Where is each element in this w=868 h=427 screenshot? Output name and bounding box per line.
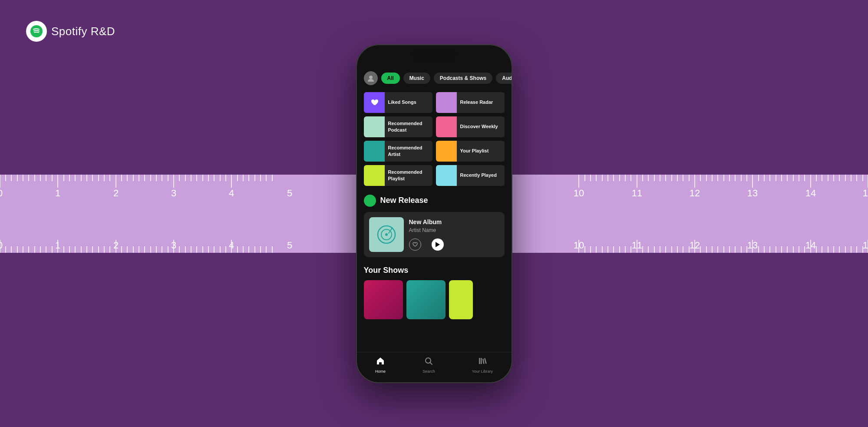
- new-release-title: New Release: [380, 196, 428, 205]
- nav-library[interactable]: Your Library: [472, 357, 493, 374]
- svg-text:12: 12: [690, 188, 700, 199]
- svg-text:10: 10: [574, 240, 584, 251]
- svg-text:12: 12: [690, 240, 700, 251]
- your-playlist-label: Your Playlist: [457, 148, 492, 154]
- play-button[interactable]: [432, 238, 444, 251]
- quick-item-your-playlist[interactable]: Your Playlist: [436, 141, 505, 162]
- show-card-2[interactable]: [406, 280, 446, 319]
- release-actions: [409, 238, 499, 251]
- quick-item-liked-songs[interactable]: Liked Songs: [364, 92, 432, 113]
- discover-weekly-label: Discover Weekly: [457, 123, 502, 129]
- album-art: [369, 217, 404, 252]
- rec-playlist-label: Recommended Playlist: [385, 169, 432, 182]
- svg-rect-233: [482, 358, 485, 364]
- new-release-card[interactable]: New Album Artist Name: [364, 212, 505, 257]
- nav-home[interactable]: Home: [375, 357, 386, 374]
- your-playlist-icon: [436, 141, 457, 162]
- svg-text:0: 0: [0, 188, 3, 199]
- svg-text:10: 10: [574, 188, 584, 199]
- album-title: New Album: [409, 218, 499, 225]
- svg-text:11: 11: [632, 188, 642, 199]
- quick-item-release-radar[interactable]: Release Radar: [436, 92, 505, 113]
- svg-text:14: 14: [805, 240, 816, 251]
- quick-item-recently-played[interactable]: Recently Played: [436, 165, 505, 186]
- bottom-nav: Home Search: [357, 352, 512, 382]
- svg-text:13: 13: [747, 188, 758, 199]
- phone-outer: All Music Podcasts & Shows Audiobo Liked…: [356, 44, 512, 383]
- header-logo: Spotify R&D: [26, 21, 115, 42]
- like-button[interactable]: [409, 238, 421, 251]
- release-radar-label: Release Radar: [457, 99, 497, 105]
- svg-text:13: 13: [747, 240, 758, 251]
- svg-text:11: 11: [632, 240, 642, 251]
- svg-text:15: 15: [863, 188, 868, 199]
- svg-point-222: [30, 25, 43, 37]
- rec-artist-label: Recommended Artist: [385, 145, 432, 157]
- quick-item-discover-weekly[interactable]: Discover Weekly: [436, 116, 505, 137]
- svg-text:15: 15: [863, 240, 868, 251]
- search-icon: [424, 357, 433, 367]
- svg-rect-231: [479, 358, 480, 364]
- rec-artist-icon: [364, 141, 385, 162]
- rec-podcast-icon: [364, 116, 385, 137]
- svg-line-230: [430, 362, 432, 364]
- filter-podcasts-btn[interactable]: Podcasts & Shows: [434, 73, 492, 84]
- svg-text:0: 0: [0, 240, 3, 251]
- svg-text:2: 2: [113, 240, 119, 251]
- recently-played-icon: [436, 165, 457, 186]
- recently-played-label: Recently Played: [457, 172, 500, 178]
- quick-item-rec-podcast[interactable]: Recommended Podcast: [364, 116, 432, 137]
- show-card-1[interactable]: [364, 280, 403, 319]
- svg-point-223: [369, 76, 373, 79]
- user-avatar[interactable]: [364, 71, 378, 85]
- quick-item-rec-artist[interactable]: Recommended Artist: [364, 141, 432, 162]
- svg-text:5: 5: [287, 188, 292, 199]
- svg-text:3: 3: [171, 240, 176, 251]
- filter-all-btn[interactable]: All: [381, 73, 400, 84]
- svg-text:2: 2: [113, 188, 119, 199]
- filter-row: All Music Podcasts & Shows Audiobo: [364, 71, 505, 85]
- phone-screen[interactable]: All Music Podcasts & Shows Audiobo Liked…: [357, 45, 512, 382]
- shows-grid: [364, 280, 505, 319]
- brand-name: Spotify R&D: [51, 25, 115, 38]
- filter-music-btn[interactable]: Music: [403, 73, 430, 84]
- svg-text:3: 3: [171, 188, 176, 199]
- nav-library-label: Your Library: [472, 369, 493, 374]
- rec-podcast-label: Recommended Podcast: [385, 120, 432, 133]
- svg-text:1: 1: [55, 188, 60, 199]
- nav-home-label: Home: [375, 369, 386, 374]
- phone-notch: [413, 50, 456, 61]
- svg-point-228: [391, 227, 393, 229]
- quick-item-rec-playlist[interactable]: Recommended Playlist: [364, 165, 432, 186]
- spotify-icon: [26, 21, 47, 42]
- svg-text:5: 5: [287, 240, 292, 251]
- svg-point-226: [385, 233, 388, 236]
- new-release-header: New Release: [364, 195, 505, 207]
- artist-name: Artist Name: [409, 227, 499, 233]
- shows-title: Your Shows: [364, 266, 505, 275]
- library-icon: [478, 357, 487, 367]
- discover-weekly-icon: [436, 116, 457, 137]
- liked-songs-label: Liked Songs: [385, 99, 420, 105]
- svg-rect-234: [484, 358, 487, 364]
- your-shows-section: Your Shows: [364, 266, 505, 319]
- filter-audiobooks-btn[interactable]: Audiobo: [496, 73, 511, 84]
- phone-mockup: All Music Podcasts & Shows Audiobo Liked…: [356, 44, 512, 383]
- nav-search-label: Search: [422, 369, 435, 374]
- svg-rect-232: [481, 358, 482, 364]
- release-radar-icon: [436, 92, 457, 113]
- svg-text:4: 4: [229, 240, 234, 251]
- rec-playlist-icon: [364, 165, 385, 186]
- nav-search[interactable]: Search: [422, 357, 435, 374]
- home-icon: [376, 357, 385, 367]
- release-info: New Album Artist Name: [409, 218, 499, 251]
- liked-songs-icon: [364, 92, 385, 113]
- svg-text:4: 4: [229, 188, 234, 199]
- new-release-dot: [364, 195, 376, 207]
- show-card-3[interactable]: [449, 280, 473, 319]
- svg-text:14: 14: [805, 188, 816, 199]
- quick-access-grid: Liked Songs Release Radar Recommended Po…: [364, 92, 505, 186]
- svg-text:1: 1: [55, 240, 60, 251]
